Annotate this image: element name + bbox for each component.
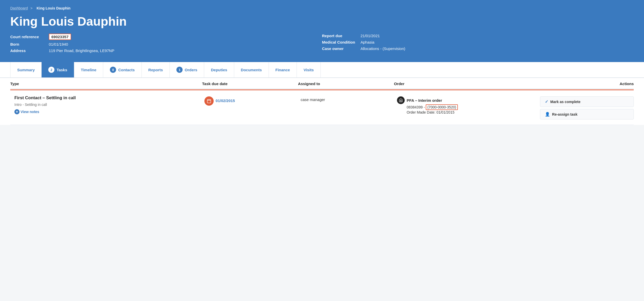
task-row-wrapper: First Contact – Settling in call Intro -… bbox=[10, 89, 634, 125]
court-reference-field: Court reference 69023357 bbox=[10, 34, 322, 40]
contacts-badge: 0 bbox=[110, 67, 116, 73]
born-value: 01/01/1940 bbox=[49, 42, 68, 46]
task-actions-cell: ✓ Mark as complete 👤 Re-assign task bbox=[540, 95, 634, 119]
task-assigned-cell: case manager bbox=[301, 95, 394, 102]
orders-badge: 1 bbox=[176, 67, 183, 73]
col-due-date: Task due date bbox=[202, 82, 298, 86]
tab-tasks[interactable]: 2 Tasks bbox=[42, 62, 74, 77]
plus-icon: + bbox=[14, 109, 20, 114]
order-made-date: Order Made Date: 01/01/2015 bbox=[407, 110, 537, 114]
case-owner-label: Case owner bbox=[322, 46, 358, 51]
tab-deputies[interactable]: Deputies bbox=[204, 62, 234, 77]
breadcrumb-separator: > bbox=[30, 6, 32, 10]
tab-documents[interactable]: Documents bbox=[234, 62, 269, 77]
view-notes-button[interactable]: + View notes bbox=[14, 109, 202, 114]
order-ref: 08384399 - (7000-0000-3520) bbox=[407, 105, 537, 109]
order-name: PFA – Interim order bbox=[407, 98, 442, 103]
tab-summary[interactable]: Summary bbox=[10, 62, 42, 77]
report-due-value: 21/01/2021 bbox=[361, 34, 380, 38]
order-icon bbox=[397, 96, 405, 104]
col-type: Type bbox=[10, 82, 202, 86]
table-header: Type Task due date Assigned to Order Act… bbox=[10, 78, 634, 89]
page-title: King Louis Dauphin bbox=[10, 14, 634, 28]
report-due-label: Report due bbox=[322, 34, 358, 38]
case-owner-value: Allocations - (Supervision) bbox=[361, 46, 405, 51]
checkmark-icon: ✓ bbox=[545, 99, 548, 104]
order-title-row: PFA – Interim order bbox=[397, 96, 537, 104]
task-order-cell: PFA – Interim order 08384399 - (7000-000… bbox=[397, 95, 537, 114]
tab-reports[interactable]: Reports bbox=[142, 62, 170, 77]
court-reference-label: Court reference bbox=[10, 35, 46, 39]
medical-condition-label: Medical Condition bbox=[322, 40, 358, 44]
born-field: Born 01/01/1940 bbox=[10, 42, 322, 46]
court-reference-value: 69023357 bbox=[49, 34, 71, 40]
tab-timeline[interactable]: Timeline bbox=[74, 62, 103, 77]
tab-finance[interactable]: Finance bbox=[269, 62, 297, 77]
col-actions: Actions bbox=[538, 82, 634, 86]
person-icon: 👤 bbox=[545, 112, 550, 117]
tab-orders[interactable]: 1 Orders bbox=[170, 62, 204, 77]
table-row: First Contact – Settling in call Intro -… bbox=[10, 90, 634, 125]
report-due-field: Report due 21/01/2021 bbox=[322, 34, 634, 38]
task-title: First Contact – Settling in call bbox=[14, 95, 202, 101]
col-assigned-to: Assigned to bbox=[298, 82, 394, 86]
tab-contacts[interactable]: 0 Contacts bbox=[103, 62, 141, 77]
svg-rect-0 bbox=[207, 99, 211, 103]
born-label: Born bbox=[10, 42, 46, 46]
col-order: Order bbox=[394, 82, 538, 86]
medical-condition-value: Aphasia bbox=[361, 40, 374, 44]
hero-fields: Court reference 69023357 Born 01/01/1940… bbox=[10, 34, 634, 53]
address-value: 119 Pier Road, Brightlingsea, LE97NP bbox=[49, 48, 114, 53]
mark-complete-button[interactable]: ✓ Mark as complete bbox=[540, 96, 634, 107]
order-ref-highlight: (7000-0000-3520) bbox=[426, 104, 458, 110]
tabs-container: Summary 2 Tasks Timeline 0 Contacts Repo… bbox=[0, 62, 644, 78]
breadcrumb: Dashboard > King Louis Dauphin bbox=[10, 6, 634, 10]
hero-section: Dashboard > King Louis Dauphin King Loui… bbox=[0, 0, 644, 62]
tasks-badge: 2 bbox=[48, 67, 54, 73]
tabs: Summary 2 Tasks Timeline 0 Contacts Repo… bbox=[10, 62, 634, 77]
tab-visits[interactable]: Visits bbox=[297, 62, 321, 77]
task-due-cell: 01/02/2015 bbox=[204, 95, 298, 106]
reassign-task-button[interactable]: 👤 Re-assign task bbox=[540, 109, 634, 119]
breadcrumb-current: King Louis Dauphin bbox=[36, 6, 70, 10]
breadcrumb-dashboard[interactable]: Dashboard bbox=[10, 6, 28, 10]
due-date-text: 01/02/2015 bbox=[216, 96, 235, 103]
case-owner-field: Case owner Allocations - (Supervision) bbox=[322, 46, 634, 51]
main-content: Type Task due date Assigned to Order Act… bbox=[0, 78, 644, 125]
task-type-cell: First Contact – Settling in call Intro -… bbox=[14, 95, 202, 114]
task-subtitle: Intro - Settling in call bbox=[14, 103, 202, 107]
address-field: Address 119 Pier Road, Brightlingsea, LE… bbox=[10, 48, 322, 53]
address-label: Address bbox=[10, 48, 46, 53]
calendar-icon bbox=[204, 96, 214, 106]
medical-condition-field: Medical Condition Aphasia bbox=[322, 40, 634, 44]
